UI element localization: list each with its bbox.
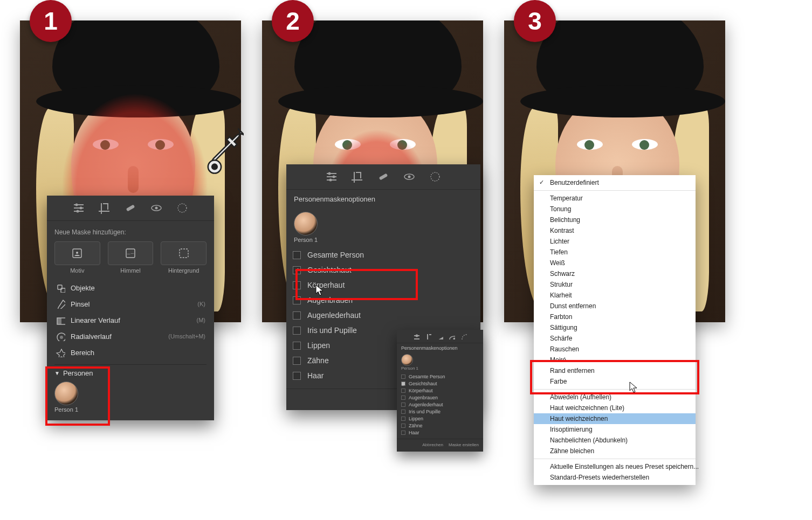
option-label: Haar — [409, 430, 419, 435]
top-toolbar — [47, 196, 214, 221]
mi-noise[interactable]: Rauschen — [534, 344, 696, 355]
checkbox[interactable] — [293, 251, 301, 259]
mi-whiten-teeth[interactable]: Zähne bleichen — [534, 446, 696, 456]
option-label: Lippen — [409, 416, 423, 421]
highlight-box-persons — [45, 366, 110, 426]
tool-shortcut: (K) — [197, 301, 205, 307]
step-badge-3: 3 — [514, 0, 556, 42]
option-label: Augenlederhaut — [409, 402, 443, 407]
tool-radial-gradient[interactable]: Radialverlauf (Umschalt+M) — [54, 329, 207, 344]
highlight-box-soften-skin — [530, 360, 699, 394]
mi-exposure[interactable]: Belichtung — [534, 214, 696, 225]
tool-brush[interactable]: Pinsel (K) — [54, 296, 207, 311]
crop-icon[interactable] — [352, 171, 363, 183]
mi-whites[interactable]: Weiß — [534, 258, 696, 268]
person-avatar[interactable] — [294, 212, 318, 235]
tool-linear-gradient[interactable]: Linearer Verlauf (M) — [54, 313, 207, 328]
option-label: Körperhaut — [409, 388, 433, 393]
masking-icon[interactable] — [176, 202, 188, 214]
mi-clarity[interactable]: Klarheit — [534, 290, 696, 301]
crop-icon[interactable] — [99, 202, 111, 214]
heal-icon[interactable] — [377, 171, 389, 183]
svg-point-21 — [211, 163, 218, 170]
opt-iris[interactable]: Iris und Pupille — [401, 409, 479, 414]
mask-options-mini: Personenmaskenoptionen Person 1 Gesamte … — [397, 330, 483, 452]
checkbox[interactable] — [293, 311, 301, 320]
mask-type-background[interactable]: Hintergrund — [161, 241, 207, 274]
mi-blacks[interactable]: Schwarz — [534, 268, 696, 279]
opt-whole-person[interactable]: Gesamte Person — [293, 251, 474, 259]
option-label: Haar — [307, 371, 324, 380]
opt-face-skin[interactable]: ✓Gesichtshaut — [401, 381, 479, 386]
mi-highlights[interactable]: Lichter — [534, 236, 696, 247]
mi-soften-skin-lite[interactable]: Haut weichzeichnen (Lite) — [534, 403, 696, 413]
preset-menu: Benutzerdefiniert Temperatur Tonung Beli… — [534, 175, 696, 485]
option-label: Zähne — [307, 356, 329, 365]
mi-iris-enhance[interactable]: Irisoptimierung — [534, 424, 696, 435]
step-badge-1: 1 — [30, 0, 72, 42]
heal-icon[interactable] — [437, 333, 443, 339]
option-label: Lippen — [307, 341, 330, 350]
mi-save-preset[interactable]: Aktuelle Einstellungen als neues Preset … — [534, 461, 696, 472]
opt-whole-person[interactable]: Gesamte Person — [401, 374, 479, 379]
redeye-icon[interactable] — [403, 171, 415, 183]
person-avatar[interactable] — [401, 354, 413, 366]
tool-objects[interactable]: Objekte — [54, 280, 207, 295]
mask-type-label: Himmel — [120, 267, 140, 274]
checkbox[interactable] — [293, 327, 301, 335]
opt-teeth[interactable]: Zähne — [401, 423, 479, 428]
mi-tint[interactable]: Tonung — [534, 204, 696, 214]
opt-eyebrows[interactable]: Augenbrauen — [401, 395, 479, 400]
mi-custom[interactable]: Benutzerdefiniert — [534, 177, 696, 188]
cursor-arrow — [629, 382, 639, 393]
heal-icon[interactable] — [125, 202, 136, 214]
option-label: Iris und Pupille — [409, 409, 441, 414]
option-label: Augenlederhaut — [307, 311, 361, 320]
mi-contrast[interactable]: Kontrast — [534, 225, 696, 236]
sliders-icon[interactable] — [413, 333, 419, 339]
mi-dehaze[interactable]: Dunst entfernen — [534, 301, 696, 311]
mi-temperature[interactable]: Temperatur — [534, 193, 696, 204]
masking-icon[interactable] — [460, 333, 467, 339]
crop-icon[interactable] — [425, 333, 431, 339]
tool-label: Bereich — [71, 349, 94, 357]
redeye-icon[interactable] — [449, 333, 455, 339]
create-mask-button[interactable]: Maske erstellen — [449, 442, 479, 447]
option-label: Augenbrauen — [409, 395, 438, 400]
panel-title: Personenmaskenoptionen — [397, 343, 483, 352]
checkbox[interactable] — [293, 342, 301, 350]
add-mask-hint: Neue Maske hinzufügen: — [54, 228, 207, 236]
checkbox[interactable] — [293, 372, 301, 380]
opt-eye-sclera[interactable]: Augenlederhaut — [293, 311, 474, 320]
sliders-icon[interactable] — [326, 171, 338, 183]
option-label: Gesichtshaut — [409, 381, 437, 386]
mi-sharpness[interactable]: Schärfe — [534, 333, 696, 344]
mask-type-subject[interactable]: Motiv — [54, 241, 100, 274]
mi-texture[interactable]: Struktur — [534, 279, 696, 290]
opt-hair[interactable]: Haar — [401, 430, 479, 435]
mi-saturation[interactable]: Sättigung — [534, 322, 696, 333]
cancel-button[interactable]: Abbrechen — [422, 442, 443, 447]
tool-label: Pinsel — [71, 300, 90, 308]
person-label: Person 1 — [294, 237, 473, 243]
tool-label: Linearer Verlauf — [71, 316, 120, 324]
mi-hue[interactable]: Farbton — [534, 311, 696, 322]
opt-eye-sclera[interactable]: Augenlederhaut — [401, 402, 479, 407]
masking-icon[interactable] — [429, 171, 441, 183]
person-label: Person 1 — [397, 366, 483, 373]
mi-soften-skin[interactable]: Haut weichzeichnen — [534, 413, 696, 424]
mi-restore-defaults[interactable]: Standard-Presets wiederherstellen — [534, 472, 696, 483]
step-badge-2: 2 — [272, 0, 314, 42]
opt-lips[interactable]: Lippen — [401, 416, 479, 421]
mask-type-sky[interactable]: Himmel — [108, 241, 154, 274]
tool-label: Objekte — [71, 284, 95, 292]
opt-body-skin[interactable]: Körperhaut — [401, 388, 479, 393]
tool-shortcut: (M) — [197, 317, 206, 323]
tool-range[interactable]: Bereich — [54, 345, 207, 360]
eyedropper-cursor — [206, 127, 244, 175]
mi-burn[interactable]: Nachbelichten (Abdunkeln) — [534, 435, 696, 446]
mi-shadows[interactable]: Tiefen — [534, 247, 696, 258]
redeye-icon[interactable] — [150, 202, 162, 214]
checkbox[interactable] — [293, 357, 301, 365]
sliders-icon[interactable] — [73, 202, 85, 214]
